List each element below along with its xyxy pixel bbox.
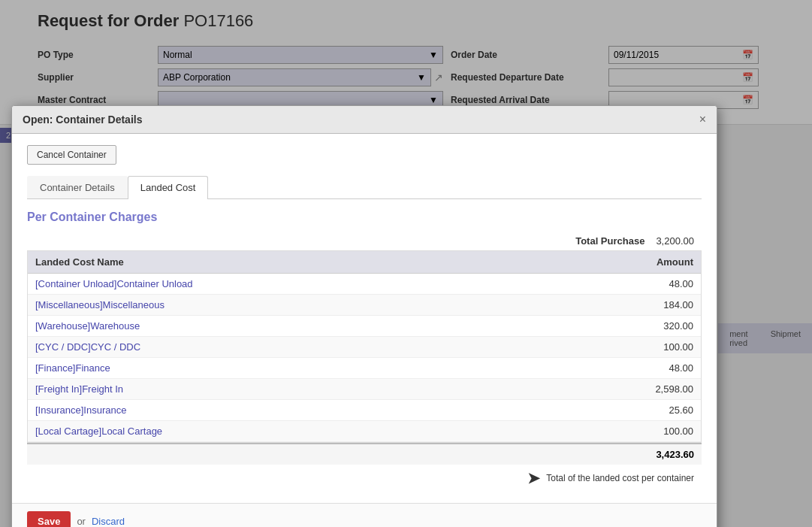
modal-close-button[interactable]: × xyxy=(699,114,706,126)
section-title: Per Container Charges xyxy=(27,210,702,224)
modal-body: Cancel Container Container Details Lande… xyxy=(12,134,717,503)
discard-button[interactable]: Discard xyxy=(92,516,125,527)
col-amount-header: Amount xyxy=(542,251,701,274)
table-row: [Miscellaneous]Miscellaneous 184.00 xyxy=(28,295,701,316)
cell-name: [Local Cartage]Local Cartage xyxy=(28,421,542,442)
cell-amount: 48.00 xyxy=(542,274,701,295)
cancel-container-button[interactable]: Cancel Container xyxy=(27,145,116,165)
total-purchase-row: Total Purchase 3,200.00 xyxy=(27,232,702,250)
cell-amount: 320.00 xyxy=(542,316,701,337)
total-value: 3,423.60 xyxy=(656,449,694,460)
table-row: [CYC / DDC]CYC / DDC 100.00 xyxy=(28,337,701,358)
tab-container-details[interactable]: Container Details xyxy=(27,176,128,198)
table-row: [Container Unload]Container Unload 48.00 xyxy=(28,274,701,295)
table-row: [Local Cartage]Local Cartage 100.00 xyxy=(28,421,701,442)
table-row: [Freight In]Freight In 2,598.00 xyxy=(28,379,701,400)
modal-container-details: Open: Container Details × Cancel Contain… xyxy=(11,105,717,527)
bottom-annotation: ➤ Total of the landed cost per container xyxy=(27,465,702,492)
table-row: [Finance]Finance 48.00 xyxy=(28,358,701,379)
cell-name: [Miscellaneous]Miscellaneous xyxy=(28,295,542,316)
cell-amount: 48.00 xyxy=(542,358,701,379)
arrow-icon: ➤ xyxy=(527,469,540,487)
table-row: [Insurance]Insurance 25.60 xyxy=(28,400,701,421)
or-label: or xyxy=(77,516,86,527)
cell-name: [Warehouse]Warehouse xyxy=(28,316,542,337)
cell-amount: 25.60 xyxy=(542,400,701,421)
table-total-row: 3,423.60 xyxy=(27,443,702,465)
table-row: [Warehouse]Warehouse 320.00 xyxy=(28,316,701,337)
cell-name: [Container Unload]Container Unload xyxy=(28,274,542,295)
cell-name: [Finance]Finance xyxy=(28,358,542,379)
save-button[interactable]: Save xyxy=(27,511,71,527)
annotation-text: Total of the landed cost per container xyxy=(546,473,694,483)
tab-bar: Container Details Landed Cost xyxy=(27,176,702,199)
cell-name: [Freight In]Freight In xyxy=(28,379,542,400)
charges-table: Landed Cost Name Amount [Container Unloa… xyxy=(28,251,701,442)
cell-amount: 100.00 xyxy=(542,337,701,358)
charges-table-scroll[interactable]: Landed Cost Name Amount [Container Unloa… xyxy=(27,250,702,443)
cell-name: [CYC / DDC]CYC / DDC xyxy=(28,337,542,358)
table-header-row: Landed Cost Name Amount xyxy=(28,251,701,274)
cell-amount: 100.00 xyxy=(542,421,701,442)
total-purchase-label: Total Purchase xyxy=(575,235,644,247)
cell-amount: 184.00 xyxy=(542,295,701,316)
modal-header: Open: Container Details × xyxy=(12,106,717,134)
cell-amount: 2,598.00 xyxy=(542,379,701,400)
modal-footer: Save or Discard xyxy=(12,503,717,527)
total-purchase-value: 3,200.00 xyxy=(656,235,694,247)
tab-landed-cost[interactable]: Landed Cost xyxy=(128,176,209,199)
col-name-header: Landed Cost Name xyxy=(28,251,542,274)
modal-title: Open: Container Details xyxy=(23,114,142,126)
cell-name: [Insurance]Insurance xyxy=(28,400,542,421)
